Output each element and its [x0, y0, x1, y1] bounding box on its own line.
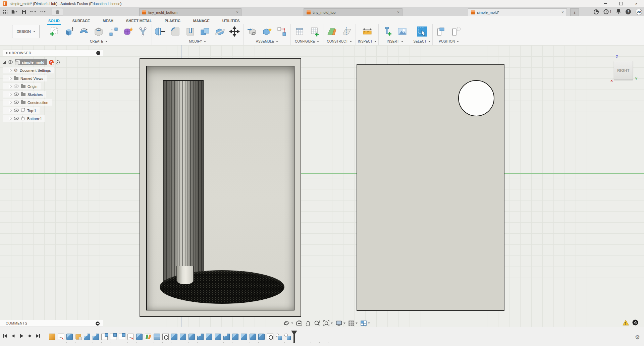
help-icon[interactable]: ?: [626, 9, 631, 14]
viewports-icon[interactable]: [361, 321, 370, 326]
user-avatar[interactable]: DD: [636, 9, 642, 15]
look-at-icon[interactable]: [296, 321, 302, 326]
group-label-configure[interactable]: CONFIGURE: [295, 40, 319, 43]
timeline-feature-boxcut-icon[interactable]: [101, 334, 108, 340]
timeline-feature-extrude2-icon[interactable]: [93, 334, 99, 340]
browser-header[interactable]: BROWSER: [3, 50, 103, 56]
visibility-eye-icon[interactable]: [14, 93, 19, 97]
tab-close-icon[interactable]: ×: [394, 10, 399, 15]
model-canvas[interactable]: RIGHT Z Y × BROWSER simpl: [0, 45, 644, 327]
go-to-start-button[interactable]: [3, 334, 7, 338]
orbit-icon[interactable]: [283, 320, 293, 326]
select-tool-icon[interactable]: [415, 25, 429, 38]
measure-icon[interactable]: [361, 25, 374, 38]
new-component-icon[interactable]: [260, 25, 274, 38]
timeline-feature-joint-icon[interactable]: [284, 334, 291, 340]
tab-close-icon[interactable]: ×: [558, 10, 564, 15]
timeline-feature-boxcut-icon[interactable]: [110, 334, 116, 340]
visibility-eye-off-icon[interactable]: [14, 84, 19, 89]
timeline-feature-extrude-icon[interactable]: [180, 334, 186, 340]
timeline-feature-extrude-icon[interactable]: [250, 334, 256, 340]
display-settings-icon[interactable]: [336, 321, 345, 326]
combine-icon[interactable]: [198, 25, 212, 38]
timeline-feature-extrude-icon[interactable]: [136, 334, 143, 340]
revert-position-icon[interactable]: [449, 25, 463, 38]
timeline-feature-appearance-icon[interactable]: [145, 334, 151, 340]
timeline-feature-component-icon[interactable]: [49, 334, 55, 340]
tab-sheet-metal[interactable]: SHEET METAL: [125, 18, 153, 25]
group-label-inspect[interactable]: INSPECT: [358, 40, 376, 43]
document-tab-tiny-mold-bottom[interactable]: tiny_mold_bottom ×: [139, 8, 241, 16]
tab-close-icon[interactable]: ×: [233, 10, 238, 15]
expanded-triangle-icon[interactable]: [3, 61, 6, 64]
timeline-feature-extrude-icon[interactable]: [206, 334, 212, 340]
group-label-assemble[interactable]: ASSEMBLE: [256, 40, 278, 43]
visibility-eye-icon[interactable]: [14, 101, 19, 105]
expand-arrow-icon[interactable]: [9, 69, 12, 72]
tab-plastic[interactable]: PLASTIC: [163, 18, 182, 25]
timeline-feature-hole-icon[interactable]: [162, 334, 169, 340]
group-label-insert[interactable]: INSERT: [387, 40, 403, 43]
browser-item-bottom-1[interactable]: Bottom:1: [3, 115, 45, 122]
extrude-icon[interactable]: [62, 25, 76, 38]
minimize-button[interactable]: [598, 0, 613, 7]
step-back-button[interactable]: [11, 334, 15, 338]
browser-item-top-1[interactable]: Top:1: [3, 107, 40, 114]
browser-item-document-settings[interactable]: ⚙ Document Settings: [3, 67, 54, 73]
timeline-feature-extrude-icon[interactable]: [241, 334, 247, 340]
root-selected-label[interactable]: simple_mold: [15, 59, 47, 65]
expand-arrow-icon[interactable]: [9, 101, 12, 104]
timeline-feature-extrude-icon[interactable]: [171, 334, 177, 340]
feedback-icon[interactable]: [632, 320, 638, 327]
insert-fastener-icon[interactable]: [381, 25, 394, 38]
pan-icon[interactable]: [305, 321, 311, 326]
visibility-eye-icon[interactable]: [14, 109, 19, 113]
move-copy-icon[interactable]: [228, 25, 241, 38]
document-tab-simple-mold[interactable]: simple_mold* ×: [468, 8, 567, 16]
view-cube-face-label[interactable]: RIGHT: [617, 68, 630, 72]
workspace-selector[interactable]: DESIGN: [12, 25, 40, 38]
timeline-feature-extrude-icon[interactable]: [232, 334, 238, 340]
timeline-feature-extrude-icon[interactable]: [66, 334, 73, 340]
fit-icon[interactable]: [323, 320, 333, 326]
activate-component-icon[interactable]: [56, 60, 60, 64]
timeline-feature-split-icon[interactable]: [154, 334, 160, 340]
configuration-insert-icon[interactable]: [308, 25, 321, 38]
extensions-icon[interactable]: [594, 9, 599, 14]
mold-top-hole[interactable]: [458, 80, 494, 116]
timeline-feature-boxcut-icon[interactable]: [119, 334, 125, 340]
document-tab-tiny-mold-top[interactable]: tiny_mold_top ×: [304, 8, 402, 16]
browser-item-origin[interactable]: Origin: [3, 83, 41, 90]
drawing-badge[interactable]: D: [49, 60, 54, 65]
comments-bar[interactable]: COMMENTS: [0, 320, 103, 327]
timeline-playhead[interactable]: [291, 331, 297, 335]
timeline-feature-joint-icon[interactable]: [276, 334, 282, 340]
construct-plane-icon[interactable]: [325, 25, 339, 38]
browser-item-named-views[interactable]: Named Views: [3, 75, 47, 81]
create-sketch-icon[interactable]: [48, 25, 61, 38]
pattern-icon[interactable]: [107, 25, 120, 38]
group-label-construct[interactable]: CONSTRUCT: [327, 40, 352, 43]
timeline-track[interactable]: [49, 342, 345, 343]
press-pull-icon[interactable]: [154, 25, 167, 38]
timeline-feature-component2-icon[interactable]: [75, 334, 81, 339]
generative-design-icon[interactable]: [136, 25, 150, 38]
grid-snap-icon[interactable]: [348, 321, 358, 326]
tab-surface[interactable]: SURFACE: [71, 18, 92, 25]
mold-cavity-face[interactable]: [146, 66, 294, 310]
comments-minimize-icon[interactable]: [96, 322, 100, 326]
fluted-core-cylinder[interactable]: [163, 80, 204, 281]
joint-icon[interactable]: [275, 25, 288, 38]
browser-item-sketches[interactable]: Sketches: [3, 91, 46, 98]
new-tab-button[interactable]: +: [570, 8, 579, 16]
zoom-icon[interactable]: [314, 320, 320, 326]
expand-arrow-icon[interactable]: [9, 85, 12, 88]
shell-icon[interactable]: [183, 25, 197, 38]
group-label-modify[interactable]: MODIFY: [189, 40, 206, 43]
timeline-feature-extrude2-icon[interactable]: [84, 334, 90, 340]
browser-item-construction[interactable]: Construction: [3, 99, 52, 106]
configuration-table-icon[interactable]: [293, 25, 306, 38]
tab-utilities[interactable]: UTILITIES: [221, 18, 241, 25]
timeline-feature-hole-icon[interactable]: [267, 334, 273, 340]
timeline-feature-sketch-icon[interactable]: [127, 334, 134, 340]
